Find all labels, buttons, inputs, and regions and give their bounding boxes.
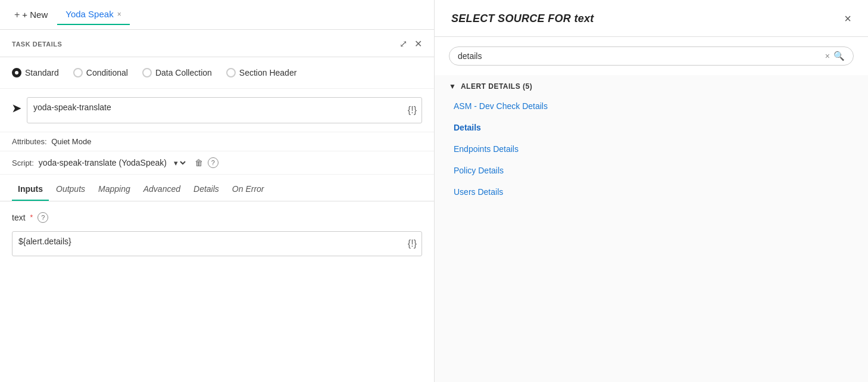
close-tab-icon[interactable]: × [117,10,121,18]
script-row: Script: yoda-speak-translate (YodaSpeak)… [0,151,434,175]
active-tab[interactable]: Yoda Speak × [57,4,129,25]
tab-mapping[interactable]: Mapping [92,177,136,201]
plus-icon: + [14,10,20,20]
radio-circle-section-header [226,68,236,77]
result-item-endpoints[interactable]: Endpoints Details [449,138,854,160]
search-input[interactable] [458,51,822,61]
section-header[interactable]: ▼ ALERT DETAILS (5) [449,77,854,95]
task-details-header: TASK DETAILS ⤢ ✕ [0,30,434,57]
tab-advanced[interactable]: Advanced [138,177,186,201]
tab-details[interactable]: Details [188,177,225,201]
new-tab-label: + New [22,10,48,20]
script-textarea[interactable]: yoda-speak-translate [33,103,400,112]
radio-data-collection[interactable]: Data Collection [142,68,212,77]
result-item-details[interactable]: Details [449,117,854,138]
radio-circle-conditional [73,68,83,77]
search-clear-icon[interactable]: × [825,51,830,61]
search-container: × 🔍 [435,37,868,75]
input-value: ${alert.details} [18,237,71,246]
radio-conditional[interactable]: Conditional [73,68,128,77]
curly-brace-icon[interactable]: {!} [408,105,417,116]
script-textarea-wrapper: yoda-speak-translate {!} [27,97,422,123]
result-item-policy[interactable]: Policy Details [449,160,854,181]
radio-label-data-collection: Data Collection [155,68,212,77]
result-item-asm[interactable]: ASM - Dev Check Details [449,95,854,117]
help-icon[interactable]: ? [208,157,218,168]
right-panel-title: SELECT SOURCE FOR text [451,13,594,25]
section-title: ALERT DETAILS (5) [461,82,532,91]
radio-circle-data-collection [142,68,152,77]
active-tab-label: Yoda Speak [65,9,113,19]
right-panel-close-icon[interactable]: × [844,12,851,26]
tab-outputs[interactable]: Outputs [50,177,91,201]
tabs-row: Inputs Outputs Mapping Advanced Details … [0,177,434,201]
attributes-row: Attributes: Quiet Mode [0,132,434,151]
radio-section-header[interactable]: Section Header [226,68,297,77]
new-tab[interactable]: + + New [7,5,55,25]
radio-label-section-header: Section Header [239,68,297,77]
attributes-label: Attributes: [12,137,47,146]
right-panel-header: SELECT SOURCE FOR text × [435,0,868,37]
radio-label-standard: Standard [25,68,59,77]
field-row: text * ? [12,212,422,223]
tab-on-error[interactable]: On Error [226,177,270,201]
right-scroll-area: ▼ ALERT DETAILS (5) ASM - Dev Check Deta… [435,75,868,382]
tab-inputs[interactable]: Inputs [12,177,49,201]
close-icon[interactable]: ✕ [414,38,422,49]
result-item-users[interactable]: Users Details [449,181,854,203]
task-details-title: TASK DETAILS [12,41,62,48]
search-icon[interactable]: 🔍 [833,51,845,61]
attributes-value: Quiet Mode [51,137,91,146]
field-help-icon[interactable]: ? [38,212,48,223]
field-label: text [12,213,26,222]
radio-group: Standard Conditional Data Collection Sec… [0,57,434,89]
required-star: * [30,213,33,222]
radio-label-conditional: Conditional [86,68,128,77]
trash-icon[interactable]: 🗑 [195,158,203,167]
task-details-actions: ⤢ ✕ [399,38,422,49]
radio-standard[interactable]: Standard [12,68,59,77]
expand-icon[interactable]: ⤢ [399,38,407,49]
search-box: × 🔍 [449,46,854,66]
content-area: text * ? ${alert.details} {!} [0,201,434,267]
input-curly-icon[interactable]: {!} [408,238,417,249]
tab-bar: + + New Yoda Speak × [0,0,434,30]
input-wrapper[interactable]: ${alert.details} {!} [12,231,422,256]
result-list: ASM - Dev Check Details Details Endpoint… [449,95,854,203]
section-chevron-icon: ▼ [449,82,456,91]
alert-section: ▼ ALERT DETAILS (5) ASM - Dev Check Deta… [435,75,868,205]
script-dropdown[interactable]: ▾ [171,158,188,168]
script-area: ➤ yoda-speak-translate {!} [0,89,434,132]
radio-circle-standard [12,68,21,77]
script-name: yoda-speak-translate (YodaSpeak) [39,158,167,167]
chevron-right-icon: ➤ [12,102,21,115]
script-label: Script: [12,159,34,167]
